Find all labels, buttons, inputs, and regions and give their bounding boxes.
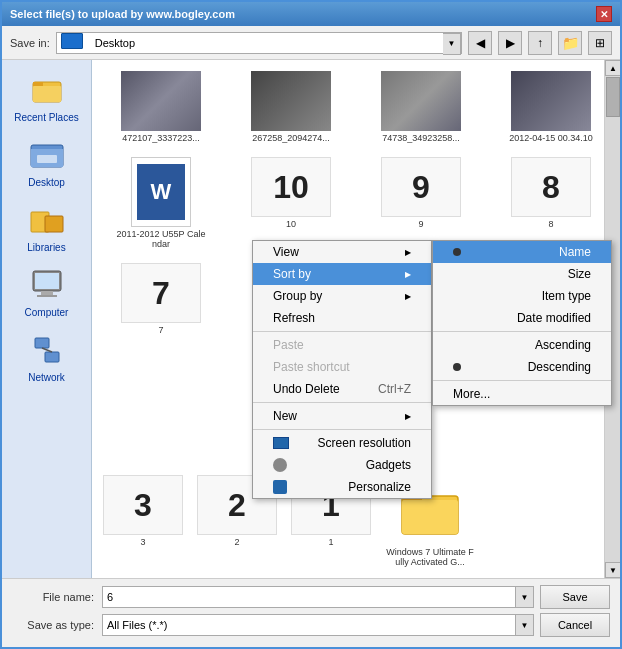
svg-rect-16: [402, 500, 458, 534]
filename-input[interactable]: [102, 586, 516, 608]
context-menu-paste: Paste: [253, 334, 431, 356]
separator: [253, 331, 431, 332]
separator: [433, 331, 611, 332]
sidebar-item-label: Desktop: [28, 177, 65, 188]
sort-name[interactable]: Name: [433, 241, 611, 263]
screen-resolution-label: Screen resolution: [318, 436, 411, 450]
scrollbar-thumb[interactable]: [606, 77, 620, 117]
filename-dropdown-arrow[interactable]: ▼: [516, 586, 534, 608]
file-name: 2011-2012 U55P Calendar: [116, 229, 206, 249]
sort-descending[interactable]: Descending: [433, 356, 611, 378]
file-name: 267258_2094274...: [252, 133, 330, 143]
sort-item-type[interactable]: Item type: [433, 285, 611, 307]
recent-places-icon: [27, 70, 67, 110]
radio-empty-size: [453, 270, 461, 278]
sort-ascending[interactable]: Ascending: [433, 334, 611, 356]
sort-date-modified[interactable]: Date modified: [433, 307, 611, 329]
submenu-arrow: ▶: [405, 292, 411, 301]
submenu-arrow: ▶: [405, 248, 411, 257]
file-name: 7: [158, 325, 163, 335]
list-item[interactable]: 9 9: [358, 152, 484, 254]
scroll-down-button[interactable]: ▼: [605, 562, 620, 578]
context-menu-new[interactable]: New ▶: [253, 405, 431, 427]
context-menu-popup: View ▶ Sort by ▶ Group by ▶ Refresh: [252, 240, 432, 499]
sidebar-item-libraries[interactable]: Libraries: [7, 196, 87, 257]
context-menu-view[interactable]: View ▶: [253, 241, 431, 263]
filename-label: File name:: [12, 591, 102, 603]
new-folder-button[interactable]: 📁: [558, 31, 582, 55]
saveastype-input[interactable]: [102, 614, 516, 636]
save-button-wrapper: Save: [540, 585, 610, 609]
sort-size[interactable]: Size: [433, 263, 611, 285]
context-menu-group-by[interactable]: Group by ▶: [253, 285, 431, 307]
desktop-folder-icon: [27, 135, 67, 175]
undo-shortcut: Ctrl+Z: [378, 382, 411, 396]
sidebar-item-label: Network: [28, 372, 65, 383]
list-item[interactable]: 267258_2094274...: [228, 66, 354, 148]
paste-label: Paste: [273, 338, 304, 352]
file-name: 8: [548, 219, 553, 229]
up-button[interactable]: ↑: [528, 31, 552, 55]
list-item[interactable]: 2012-04-15 00.34.10: [488, 66, 614, 148]
close-button[interactable]: ✕: [596, 6, 612, 22]
refresh-label: Refresh: [273, 311, 315, 325]
list-item[interactable]: 7 7: [98, 258, 224, 340]
cancel-button[interactable]: Cancel: [540, 613, 610, 637]
file-name: 10: [286, 219, 296, 229]
file-name: 3: [140, 537, 145, 547]
forward-button[interactable]: ▶: [498, 31, 522, 55]
context-menu-sort-by[interactable]: Sort by ▶: [253, 263, 431, 285]
number-tile: 3: [103, 475, 183, 535]
svg-line-14: [42, 348, 52, 352]
list-item[interactable]: 3 3: [98, 470, 188, 572]
context-menu-screen-resolution[interactable]: Screen resolution: [253, 432, 431, 454]
radio-empty-date: [453, 314, 461, 322]
file-area: 472107_3337223... 267258_2094274... 7473…: [92, 60, 620, 578]
list-item[interactable]: W 2011-2012 U55P Calendar: [98, 152, 224, 254]
sidebar-item-recent-places[interactable]: Recent Places: [7, 66, 87, 127]
list-item[interactable]: 10 10: [228, 152, 354, 254]
list-item[interactable]: 74738_34923258...: [358, 66, 484, 148]
context-menu-refresh[interactable]: Refresh: [253, 307, 431, 329]
scroll-up-button[interactable]: ▲: [605, 60, 620, 76]
submenu-arrow: ▶: [405, 270, 411, 279]
context-menu-gadgets[interactable]: Gadgets: [253, 454, 431, 476]
back-button[interactable]: ◀: [468, 31, 492, 55]
toolbar: Save in: Desktop ▼ ◀ ▶ ↑ 📁 ⊞: [2, 26, 620, 60]
svg-rect-13: [45, 352, 59, 362]
location-dropdown-arrow[interactable]: ▼: [443, 33, 461, 55]
paste-shortcut-label: Paste shortcut: [273, 360, 350, 374]
sidebar-item-desktop[interactable]: Desktop: [7, 131, 87, 192]
svg-rect-7: [45, 216, 63, 232]
location-text: Desktop: [91, 33, 443, 53]
sidebar-item-label: Recent Places: [14, 112, 78, 123]
location-combo[interactable]: Desktop ▼: [56, 32, 462, 54]
context-menu-personalize[interactable]: Personalize: [253, 476, 431, 498]
computer-icon: [27, 265, 67, 305]
saveastype-dropdown-arrow[interactable]: ▼: [516, 614, 534, 636]
undo-delete-label: Undo Delete: [273, 382, 340, 396]
sidebar-item-network[interactable]: Network: [7, 326, 87, 387]
svg-rect-11: [37, 295, 57, 297]
sort-more[interactable]: More...: [433, 383, 611, 405]
file-name: 2: [234, 537, 239, 547]
save-button[interactable]: Save: [540, 585, 610, 609]
file-name: Windows 7 Ultimate Fully Activated G...: [385, 547, 475, 567]
list-item[interactable]: 8 8: [488, 152, 614, 254]
personalize-icon: [273, 480, 287, 494]
bottom-bar: File name: ▼ Save Save as type: ▼ Cancel: [2, 578, 620, 647]
number-tile: 9: [381, 157, 461, 217]
svg-rect-12: [35, 338, 49, 348]
list-item[interactable]: 472107_3337223...: [98, 66, 224, 148]
word-doc-icon: W: [131, 157, 191, 227]
context-menu-paste-shortcut: Paste shortcut: [253, 356, 431, 378]
context-menu-undo-delete[interactable]: Undo Delete Ctrl+Z: [253, 378, 431, 400]
separator: [433, 380, 611, 381]
title-bar: Select file(s) to upload by www.bogley.c…: [2, 2, 620, 26]
radio-empty-asc: [453, 341, 461, 349]
views-button[interactable]: ⊞: [588, 31, 612, 55]
save-in-label: Save in:: [10, 37, 50, 49]
sidebar-item-computer[interactable]: Computer: [7, 261, 87, 322]
new-label: New: [273, 409, 297, 423]
file-name: 472107_3337223...: [122, 133, 200, 143]
